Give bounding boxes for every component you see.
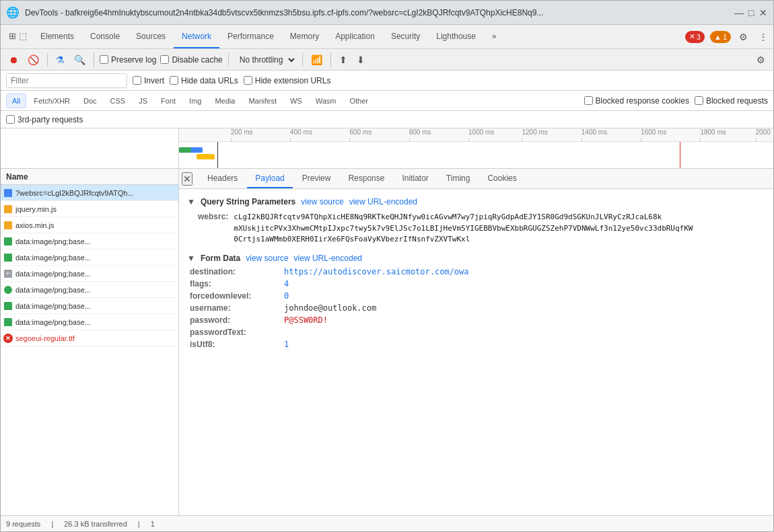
view-source-link-qs[interactable]: view source xyxy=(301,197,343,206)
warn-badge[interactable]: ▲ 1 xyxy=(710,31,731,43)
type-filter-right: Blocked response cookies Blocked request… xyxy=(584,96,768,106)
third-party-input[interactable] xyxy=(6,115,15,124)
type-font-button[interactable]: Font xyxy=(155,93,182,108)
throttle-control[interactable]: No throttling Fast 3G Slow 3G xyxy=(234,53,297,67)
field-value-forcedownlevel: 0 xyxy=(281,290,765,302)
tab-initiator[interactable]: Initiator xyxy=(394,169,436,188)
record-button[interactable]: ⏺ xyxy=(6,53,21,67)
request-icon-js2 xyxy=(3,221,13,230)
field-value-flags: 4 xyxy=(281,278,765,290)
devtools-settings-button[interactable]: ⚙ xyxy=(736,30,750,44)
content-area: 200 ms 400 ms 600 ms 800 ms 1000 ms 1200… xyxy=(1,128,773,515)
tab-elements[interactable]: Elements xyxy=(32,25,82,48)
search-button[interactable]: 🔍 xyxy=(71,53,88,67)
request-icon-img3: ↩ xyxy=(3,269,13,278)
request-row[interactable]: data:image/png;base... xyxy=(1,314,178,330)
type-css-button[interactable]: CSS xyxy=(104,93,132,108)
request-row[interactable]: data:image/png;base... xyxy=(1,233,178,250)
type-fetch-button[interactable]: Fetch/XHR xyxy=(28,93,76,108)
request-row[interactable]: jquery.min.js xyxy=(1,201,178,217)
type-img-button[interactable]: Img xyxy=(183,93,207,108)
disable-cache-checkbox[interactable]: Disable cache xyxy=(160,55,222,65)
throttle-select[interactable]: No throttling Fast 3G Slow 3G xyxy=(234,53,297,67)
close-button[interactable]: ✕ xyxy=(759,8,768,17)
devtools-more-button[interactable]: ⋮ xyxy=(756,30,771,44)
request-row[interactable]: axios.min.js xyxy=(1,217,178,233)
timeline[interactable]: 200 ms 400 ms 600 ms 800 ms 1000 ms 1200… xyxy=(1,128,773,169)
request-row[interactable]: data:image/png;base... xyxy=(1,282,178,298)
tab-timing[interactable]: Timing xyxy=(438,169,479,188)
hide-extension-urls-input[interactable] xyxy=(244,76,252,85)
tab-headers[interactable]: Headers xyxy=(199,169,246,188)
type-filter-bar: All Fetch/XHR Doc CSS JS Font Img Media … xyxy=(1,91,773,111)
type-other-button[interactable]: Other xyxy=(343,93,374,108)
blocked-requests-checkbox[interactable]: Blocked requests xyxy=(695,96,768,106)
tab-security[interactable]: Security xyxy=(383,25,428,48)
tab-memory[interactable]: Memory xyxy=(282,25,327,48)
type-all-button[interactable]: All xyxy=(6,93,26,108)
tab-payload[interactable]: Payload xyxy=(247,169,292,188)
tab-devtools-icons[interactable]: ⊞ ⬚ xyxy=(3,25,32,48)
third-party-checkbox[interactable]: 3rd-party requests xyxy=(6,115,83,124)
tab-sources[interactable]: Sources xyxy=(128,25,174,48)
filter-button[interactable]: ⚗ xyxy=(53,53,67,67)
blocked-response-cookies-input[interactable] xyxy=(584,96,593,105)
minimize-button[interactable]: — xyxy=(734,8,744,17)
tab-preview[interactable]: Preview xyxy=(294,169,339,188)
hide-data-urls-input[interactable] xyxy=(170,76,178,85)
timeline-left xyxy=(1,128,179,168)
filter-input[interactable] xyxy=(6,73,127,88)
error-badge[interactable]: ✕ 3 xyxy=(685,31,705,43)
view-url-encoded-link-fd[interactable]: view URL-encoded xyxy=(294,254,362,263)
extra-label: 1 xyxy=(151,520,155,528)
tab-cookies[interactable]: Cookies xyxy=(479,169,524,188)
tab-console[interactable]: Console xyxy=(82,25,128,48)
type-doc-button[interactable]: Doc xyxy=(77,93,103,108)
request-row[interactable]: data:image/png;base... xyxy=(1,250,178,266)
view-source-link-fd[interactable]: view source xyxy=(246,254,288,263)
blocked-response-cookies-checkbox[interactable]: Blocked response cookies xyxy=(584,96,689,106)
tab-performance[interactable]: Performance xyxy=(219,25,282,48)
type-media-button[interactable]: Media xyxy=(209,93,241,108)
disable-cache-input[interactable] xyxy=(160,55,169,64)
network-settings-button[interactable]: ⚙ xyxy=(754,53,768,67)
invert-checkbox[interactable]: Invert xyxy=(133,76,164,85)
tab-network[interactable]: Network xyxy=(174,25,219,48)
tab-application[interactable]: Application xyxy=(327,25,383,48)
form-data-toggle[interactable]: ▼ xyxy=(187,254,195,263)
tab-more[interactable]: » xyxy=(484,25,505,48)
request-row[interactable]: data:image/png;base... xyxy=(1,298,178,314)
hide-extension-urls-checkbox[interactable]: Hide extension URLs xyxy=(244,76,331,85)
blocked-requests-input[interactable] xyxy=(695,96,703,105)
invert-input[interactable] xyxy=(133,76,141,85)
preserve-log-checkbox[interactable]: Preserve log xyxy=(100,55,156,65)
tab-response[interactable]: Response xyxy=(340,169,392,188)
chrome-favicon: 🌐 xyxy=(6,6,20,19)
clear-button[interactable]: 🚫 xyxy=(25,53,42,67)
request-icon-font-error: ✕ xyxy=(3,334,13,343)
field-value-username: johndoe@outlook.com xyxy=(281,302,765,314)
wifi-button[interactable]: 📶 xyxy=(308,53,325,67)
type-wasm-button[interactable]: Wasm xyxy=(310,93,343,108)
request-icon-img2 xyxy=(3,253,13,262)
request-row[interactable]: ?websrc=cLgI2kBQJRfcqtv9ATQh... xyxy=(1,185,178,201)
request-row[interactable]: ↩ data:image/png;base... xyxy=(1,266,178,282)
requests-count: 9 requests xyxy=(6,520,40,528)
hide-data-urls-checkbox[interactable]: Hide data URLs xyxy=(170,76,238,85)
payload-content: ▼ Query String Parameters view source vi… xyxy=(179,189,773,515)
detail-close-button[interactable]: ✕ xyxy=(182,172,192,186)
field-value-passwordtext xyxy=(281,326,765,338)
export-button[interactable]: ⬇ xyxy=(354,53,367,67)
query-string-toggle[interactable]: ▼ xyxy=(187,197,195,206)
request-row-error[interactable]: ✕ segoeui-regular.ttf xyxy=(1,330,178,346)
field-key-password: password: xyxy=(187,314,281,326)
toolbar-separator-4 xyxy=(302,53,303,67)
type-js-button[interactable]: JS xyxy=(133,93,153,108)
maximize-button[interactable]: □ xyxy=(746,8,756,17)
import-button[interactable]: ⬆ xyxy=(337,53,350,67)
tab-lighthouse[interactable]: Lighthouse xyxy=(428,25,484,48)
type-manifest-button[interactable]: Manifest xyxy=(242,93,283,108)
preserve-log-input[interactable] xyxy=(100,55,108,64)
view-url-encoded-link-qs[interactable]: view URL-encoded xyxy=(349,197,417,206)
type-ws-button[interactable]: WS xyxy=(284,93,308,108)
